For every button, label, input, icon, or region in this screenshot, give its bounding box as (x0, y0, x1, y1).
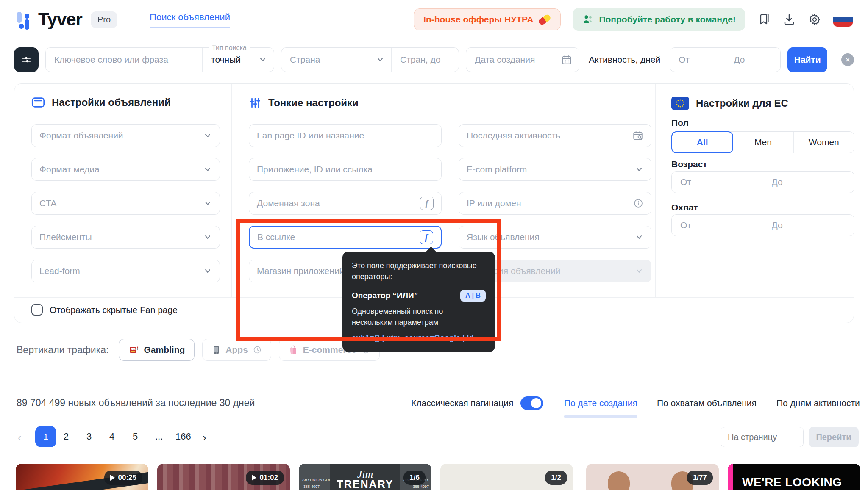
keyword-input[interactable] (46, 48, 202, 72)
page-3[interactable]: 3 (86, 431, 92, 442)
activity-to-input[interactable] (725, 48, 780, 72)
search-type-select[interactable]: Тип поиска точный (203, 48, 274, 72)
per-page-input[interactable] (721, 427, 804, 447)
tooltip-description: Одновременный поиск по нескольким параме… (352, 306, 486, 328)
show-hidden-fanpage-checkbox[interactable] (31, 304, 43, 316)
go-to-page-button[interactable]: Перейти (809, 427, 859, 447)
keyword-group: Тип поиска точный (45, 47, 274, 72)
toggle-knob (531, 398, 541, 408)
ad-format-select[interactable]: Формат объявлений (31, 124, 220, 147)
search-type-label: Тип поиска (209, 44, 250, 52)
vertical-apps-label: Apps (225, 345, 248, 355)
gender-label: Пол (671, 118, 689, 128)
info-icon[interactable] (633, 198, 643, 208)
ad-card-5[interactable]: 1/77 (586, 464, 719, 490)
video-duration-badge: 01:02 (246, 471, 284, 485)
tooltip-example: sub1={} | utm_source=Google | id (352, 334, 486, 343)
sort-tab-by-date[interactable]: По дате создания (564, 398, 637, 408)
next-page-chevron[interactable]: › (203, 431, 206, 444)
prev-page-chevron[interactable]: ‹ (18, 431, 22, 444)
page-166[interactable]: 166 (175, 431, 191, 442)
in-link-input[interactable]: В ссылке f (249, 226, 442, 249)
eu-flag-icon (671, 97, 689, 110)
ad-card-2[interactable]: 01:02 (157, 464, 290, 490)
vertical-apps-button[interactable]: Apps (202, 339, 271, 361)
leadform-select[interactable]: Lead-form (31, 260, 220, 282)
ad-card-4[interactable]: VALENTINE DEAL 1/2 (440, 464, 573, 490)
chevron-down-icon (203, 199, 212, 208)
age-from-input[interactable] (672, 172, 763, 193)
download-icon[interactable] (782, 13, 796, 26)
play-icon (110, 475, 115, 481)
calendar-icon[interactable] (561, 48, 579, 72)
reach-label: Охват (671, 202, 698, 213)
settings-gear-icon[interactable] (808, 13, 821, 26)
language-flag-russia[interactable] (833, 12, 853, 27)
ecom-platform-select[interactable]: E-com platform (459, 158, 651, 181)
fanpage-id-input[interactable]: Fan page ID или название (249, 124, 442, 147)
bookmarks-icon[interactable] (757, 13, 771, 26)
last-activity-input[interactable]: Последняя активность (459, 124, 651, 147)
team-work-button[interactable]: Попробуйте работу в команде! (573, 8, 745, 31)
chevron-down-icon (635, 233, 643, 241)
media-format-select[interactable]: Формат медиа (31, 158, 220, 181)
sort-tab-by-reach[interactable]: По охватам объявления (657, 398, 757, 408)
calendar-search-icon[interactable] (632, 130, 643, 141)
creation-date-input[interactable] (466, 48, 561, 72)
nav-search-ads[interactable]: Поиск объявлений (150, 12, 230, 28)
tooltip-intro: Это поле поддерживает поисковые оператор… (352, 260, 486, 282)
results-summary: 89 704 499 новых объявлений за последние… (17, 397, 255, 409)
app-store-placeholder: Магазин приложений (257, 266, 344, 276)
logo[interactable]: Tyver Pro (15, 8, 117, 30)
results-header: 89 704 499 новых объявлений за последние… (0, 394, 868, 414)
fanpage-id-placeholder: Fan page ID или название (257, 130, 364, 141)
gender-all-option[interactable]: All (671, 131, 733, 153)
activity-from-input[interactable] (670, 48, 725, 72)
card-headline-line1: WE'RE LOOKING FOR (742, 476, 860, 490)
search-button[interactable]: Найти (787, 47, 827, 72)
card-accent-stripe (728, 464, 733, 490)
age-to-input[interactable] (763, 172, 854, 193)
verticals-label: Вертикали трафика: (17, 344, 108, 356)
country-placeholder: Страна (290, 55, 320, 65)
page-4[interactable]: 4 (109, 431, 114, 442)
ad-card-1[interactable]: 00:25 (16, 464, 148, 490)
tooltip-operator-badge: A | B (460, 290, 486, 302)
app-id-link-input[interactable]: Приложение, ID или ссылка (249, 158, 442, 181)
reach-from-input[interactable] (672, 215, 763, 236)
last-activity-placeholder: Последняя активность (467, 130, 560, 141)
vertical-gambling-button[interactable]: Gambling (119, 339, 195, 361)
chevron-down-icon (203, 267, 212, 275)
age-label: Возраст (671, 159, 707, 169)
people-icon (582, 14, 594, 25)
clear-filters-button[interactable]: ✕ (841, 53, 854, 66)
card-logo-name: TRENARY (330, 478, 400, 490)
ad-language-select[interactable]: Язык объявления (459, 226, 651, 249)
country-select[interactable]: Страна (281, 48, 391, 72)
tooltip-operator-row: Оператор “ИЛИ” A | B (352, 290, 486, 302)
classic-pagination-toggle[interactable] (520, 396, 543, 410)
ip-domain-input[interactable]: IP или домен (459, 192, 651, 215)
vertical-sliders-icon (249, 97, 262, 109)
countries-count-input[interactable] (392, 48, 459, 72)
gender-women-option[interactable]: Women (794, 132, 854, 153)
page-1-active[interactable]: 1 (35, 426, 56, 447)
gender-men-option[interactable]: Men (733, 132, 793, 153)
domain-zone-input[interactable]: Доменная зона f (249, 192, 442, 215)
media-format-placeholder: Формат медиа (39, 164, 100, 174)
classic-pagination-label: Классическая пагинация (411, 398, 513, 408)
placements-select[interactable]: Плейсменты (31, 226, 220, 249)
filters-toggle-button[interactable] (14, 47, 39, 72)
page-5[interactable]: 5 (133, 431, 138, 442)
fine-settings-title-row: Тонкие настройки (249, 97, 359, 109)
inhouse-offers-button[interactable]: In-house офферы НУТРА (414, 8, 561, 30)
fine-settings-title: Тонкие настройки (268, 97, 359, 109)
ad-card-3[interactable]: ARYUNION.COM-388-4097 JIM TRENARY-388-40… (299, 464, 431, 490)
page-2[interactable]: 2 (64, 431, 69, 442)
sort-tab-by-activity[interactable]: По дням активности (776, 398, 860, 408)
ad-card-6[interactable]: WE'RE LOOKING FOR 15 WOMEN IN THE (728, 464, 860, 490)
cta-select[interactable]: CTA (31, 192, 220, 215)
vertical-gambling-label: Gambling (144, 345, 185, 355)
inhouse-offers-label: In-house офферы НУТРА (423, 14, 533, 25)
reach-to-input[interactable] (763, 215, 854, 236)
